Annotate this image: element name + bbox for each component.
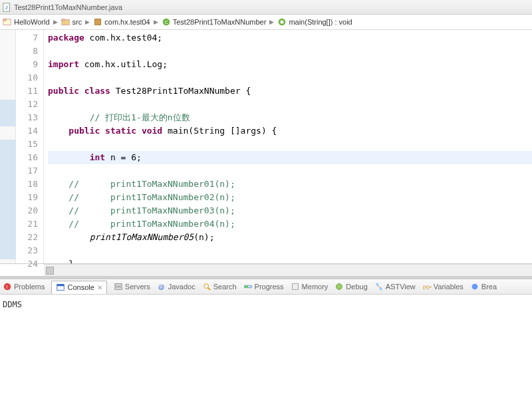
code-line[interactable]: public static void main(String []args) { xyxy=(48,124,532,138)
svg-rect-24 xyxy=(376,283,378,286)
code-line[interactable]: print1ToMaxNNumber05(n); xyxy=(48,231,532,244)
breadcrumb-separator-icon: ▶ xyxy=(53,19,58,25)
code-line[interactable] xyxy=(48,164,532,178)
line-number: 22 xyxy=(16,231,38,244)
svg-rect-25 xyxy=(380,288,382,291)
breadcrumb-item[interactable]: HelloWorld xyxy=(3,17,50,27)
code-line[interactable] xyxy=(48,244,532,257)
close-icon[interactable]: ✕ xyxy=(97,284,102,291)
line-number: 11 xyxy=(16,84,38,98)
breadcrumb-item[interactable]: CTest28Print1ToMaxNNumber xyxy=(162,17,267,27)
code-line[interactable]: // print1ToMaxNNumber04(n); xyxy=(48,217,532,231)
code-line[interactable]: } xyxy=(48,257,532,263)
svg-rect-16 xyxy=(115,287,122,290)
view-tab-console[interactable]: Console✕ xyxy=(51,281,106,294)
fold-margin xyxy=(0,30,16,263)
svg-rect-21 xyxy=(244,285,247,288)
code-line[interactable]: public class Test28Print1ToMaxNNumber { xyxy=(48,84,532,98)
svg-rect-15 xyxy=(115,284,122,287)
editor-tab-bar: J Test28Print1ToMaxNNumber.java xyxy=(0,0,532,15)
code-line[interactable]: // 打印出1-最大的n位数 xyxy=(48,111,532,124)
line-number: 23 xyxy=(16,244,38,257)
breadcrumb-separator-icon: ▶ xyxy=(154,19,158,25)
svg-text:C: C xyxy=(164,19,168,25)
code-line[interactable] xyxy=(48,71,532,84)
breadcrumb-item[interactable]: main(String[]) : void xyxy=(277,17,352,27)
code-line[interactable]: import com.hx.util.Log; xyxy=(48,58,532,71)
line-number: 19 xyxy=(16,191,38,204)
line-number: 17 xyxy=(16,164,38,178)
view-tab-memory[interactable]: Memory xyxy=(291,282,329,291)
view-tab-problems[interactable]: !Problems xyxy=(3,282,45,291)
views-tab-bar: !ProblemsConsole✕Servers@JavadocSearchPr… xyxy=(0,279,532,295)
svg-rect-3 xyxy=(3,19,6,21)
code-line[interactable]: package com.hx.test04; xyxy=(48,31,532,45)
line-number: 13 xyxy=(16,111,38,124)
code-area[interactable]: package com.hx.test04;import com.hx.util… xyxy=(44,30,532,263)
breadcrumb-separator-icon: ▶ xyxy=(85,19,90,25)
view-tab-brea[interactable]: Brea xyxy=(470,282,497,291)
svg-text:J: J xyxy=(5,4,8,10)
svg-rect-5 xyxy=(61,19,64,21)
line-number: 8 xyxy=(16,45,38,58)
view-tab-astview[interactable]: ASTView xyxy=(374,282,416,291)
line-number: 20 xyxy=(16,204,38,217)
breadcrumb-bar: HelloWorld▶src▶com.hx.test04▶CTest28Prin… xyxy=(0,15,532,30)
view-tab-search[interactable]: Search xyxy=(202,282,237,291)
line-number: 7 xyxy=(16,31,38,45)
line-number: 9 xyxy=(16,58,38,71)
editor-horizontal-scrollbar[interactable] xyxy=(44,264,532,276)
breadcrumb-separator-icon: ▶ xyxy=(269,19,274,25)
code-line[interactable] xyxy=(48,138,532,151)
view-tab-servers[interactable]: Servers xyxy=(114,282,150,291)
svg-text:(x)=: (x)= xyxy=(423,284,432,290)
view-tab-javadoc[interactable]: @Javadoc xyxy=(157,282,196,291)
svg-rect-14 xyxy=(57,285,65,287)
code-line[interactable]: // print1ToMaxNNumber01(n); xyxy=(48,178,532,191)
console-output: DDMS xyxy=(0,295,532,315)
svg-point-10 xyxy=(281,20,284,23)
line-number-gutter: 789101112131415161718192021222324 xyxy=(16,30,44,263)
code-line[interactable] xyxy=(48,45,532,58)
breadcrumb-item[interactable]: src xyxy=(61,17,82,27)
svg-rect-22 xyxy=(292,284,298,290)
line-number: 18 xyxy=(16,178,38,191)
java-file-icon: J xyxy=(3,3,12,12)
svg-rect-6 xyxy=(95,19,101,25)
svg-point-18 xyxy=(203,284,208,289)
svg-text:!: ! xyxy=(6,284,7,290)
svg-point-23 xyxy=(336,284,342,290)
line-number: 15 xyxy=(16,138,38,151)
code-line[interactable]: // print1ToMaxNNumber02(n); xyxy=(48,191,532,204)
line-number: 24 xyxy=(16,257,38,271)
console-panel: DDMS xyxy=(0,295,532,399)
line-number: 10 xyxy=(16,71,38,84)
line-number: 12 xyxy=(16,98,38,111)
code-line[interactable] xyxy=(48,98,532,111)
svg-line-19 xyxy=(207,288,210,291)
view-tab-variables[interactable]: (x)=Variables xyxy=(422,282,464,291)
svg-text:@: @ xyxy=(158,283,164,291)
svg-line-26 xyxy=(377,285,380,288)
svg-point-28 xyxy=(471,284,477,290)
breadcrumb-item[interactable]: com.hx.test04 xyxy=(93,17,150,27)
line-number: 21 xyxy=(16,217,38,231)
editor[interactable]: 789101112131415161718192021222324 packag… xyxy=(0,30,532,264)
view-tab-progress[interactable]: Progress xyxy=(243,282,284,291)
line-number: 16 xyxy=(16,151,38,164)
line-number: 14 xyxy=(16,124,38,138)
code-line[interactable]: int n = 6; xyxy=(48,151,532,164)
editor-tab-title[interactable]: Test28Print1ToMaxNNumber.java xyxy=(14,3,122,11)
code-line[interactable]: // print1ToMaxNNumber03(n); xyxy=(48,204,532,217)
view-tab-debug[interactable]: Debug xyxy=(334,282,367,291)
